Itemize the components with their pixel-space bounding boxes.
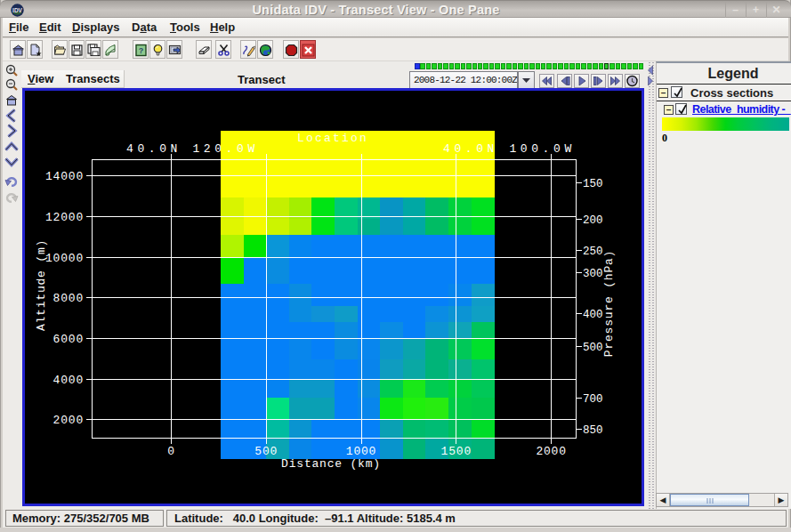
svg-text:850: 850 — [583, 424, 603, 437]
svg-text:40.0N 120.0W: 40.0N 120.0W — [126, 142, 259, 156]
svg-text:500: 500 — [583, 342, 603, 354]
svg-text:6000: 6000 — [53, 333, 84, 346]
svg-text:12000: 12000 — [45, 211, 84, 224]
svg-text:?: ? — [139, 46, 144, 55]
svg-text:IDV: IDV — [12, 7, 23, 13]
svg-text:Pressure (hPa): Pressure (hPa) — [602, 250, 616, 357]
svg-text:10000: 10000 — [45, 252, 84, 265]
svg-text:Altitude (m): Altitude (m) — [35, 239, 48, 331]
svg-text:1000: 1000 — [346, 445, 376, 458]
svg-text:0: 0 — [167, 445, 175, 458]
svg-text:400: 400 — [583, 309, 603, 321]
svg-text:Distance (km): Distance (km) — [281, 457, 381, 471]
svg-text:500: 500 — [254, 445, 278, 458]
svg-text:40.0N 100.0W: 40.0N 100.0W — [443, 142, 576, 156]
svg-text:4000: 4000 — [53, 374, 84, 387]
svg-text:2000: 2000 — [53, 414, 84, 427]
svg-text:8000: 8000 — [53, 292, 84, 305]
svg-text:200: 200 — [583, 214, 603, 227]
svg-text:700: 700 — [583, 393, 603, 406]
svg-text:150: 150 — [583, 178, 603, 190]
svg-text:250: 250 — [583, 246, 603, 258]
svg-text:Location: Location — [297, 132, 368, 145]
svg-text:14000: 14000 — [45, 170, 84, 183]
svg-text:300: 300 — [583, 268, 603, 280]
svg-text:1500: 1500 — [441, 445, 472, 458]
svg-text:2000: 2000 — [536, 445, 566, 458]
